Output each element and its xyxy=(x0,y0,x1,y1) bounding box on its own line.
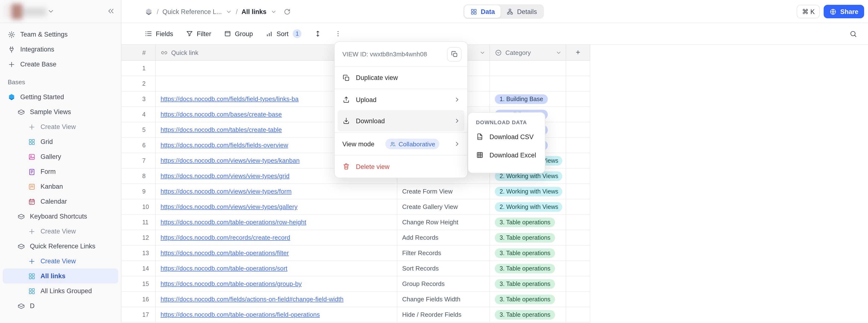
category-cell[interactable]: 2. Working with Views xyxy=(490,184,566,199)
column-header-category[interactable]: Category xyxy=(490,45,566,61)
quick-link-cell[interactable]: https://docs.nocodb.com/views/view-types… xyxy=(156,184,397,199)
category-cell[interactable]: 3. Table operations xyxy=(490,307,566,323)
breadcrumb-table[interactable]: Quick Reference L... xyxy=(162,8,222,15)
sidebar-item-integrations[interactable]: Integrations xyxy=(3,42,118,57)
sidebar-item-all-links-grouped[interactable]: All Links Grouped xyxy=(3,284,118,298)
category-cell[interactable]: 1. Building Base xyxy=(490,92,566,107)
sidebar-item-create-view[interactable]: Create View xyxy=(3,119,118,134)
collapse-sidebar-icon[interactable] xyxy=(107,7,115,15)
quick-link-cell[interactable]: https://docs.nocodb.com/table-operations… xyxy=(156,246,397,261)
sidebar-item-form[interactable]: Form xyxy=(3,164,118,179)
sidebar-item-create-view[interactable]: Create View xyxy=(3,254,118,268)
group-button[interactable]: Group xyxy=(224,30,253,38)
quick-link[interactable]: https://docs.nocodb.com/tables/create-ta… xyxy=(161,126,282,133)
breadcrumb-view[interactable]: All links xyxy=(242,8,267,15)
quick-link[interactable]: https://docs.nocodb.com/views/view-types… xyxy=(161,157,300,164)
title-cell[interactable]: Change Fields Width xyxy=(397,292,490,307)
tab-data[interactable]: Data xyxy=(464,5,501,18)
title-cell[interactable]: Filter Records xyxy=(397,246,490,261)
sidebar-item-getting-started[interactable]: Getting Started xyxy=(3,89,118,104)
menu-item-delete-view[interactable]: Delete view xyxy=(335,155,467,178)
quick-link[interactable]: https://docs.nocodb.com/fields/field-typ… xyxy=(161,95,299,103)
add-column-button[interactable]: + xyxy=(566,45,590,61)
sidebar-item-create-base[interactable]: Create Base xyxy=(3,57,118,72)
row-height-icon[interactable] xyxy=(314,30,322,38)
chevron-down-icon[interactable] xyxy=(479,49,486,56)
quick-link-cell[interactable]: https://docs.nocodb.com/fields/actions-o… xyxy=(156,292,397,307)
quick-link[interactable]: https://docs.nocodb.com/table-operations… xyxy=(161,311,320,318)
filter-button[interactable]: Filter xyxy=(186,30,211,38)
sidebar-item-calendar[interactable]: Calendar xyxy=(3,194,118,209)
category-cell[interactable] xyxy=(490,61,566,76)
chevron-down-icon[interactable] xyxy=(270,8,277,15)
sidebar-item-grid[interactable]: Grid xyxy=(3,134,118,149)
quick-link[interactable]: https://docs.nocodb.com/fields/fields-ov… xyxy=(161,142,288,149)
quick-link-cell[interactable]: https://docs.nocodb.com/table-operations… xyxy=(156,307,397,323)
quick-link[interactable]: https://docs.nocodb.com/table-operations… xyxy=(161,280,302,287)
quick-link[interactable]: https://docs.nocodb.com/table-operations… xyxy=(161,219,306,226)
quick-link[interactable]: https://docs.nocodb.com/table-operations… xyxy=(161,249,289,257)
menu-item-download[interactable]: Download xyxy=(338,110,464,132)
quick-link[interactable]: https://docs.nocodb.com/fields/actions-o… xyxy=(161,295,344,303)
title-cell[interactable]: Create Gallery View xyxy=(397,199,490,215)
category-cell[interactable]: 3. Table operations xyxy=(490,246,566,261)
category-cell[interactable]: 3. Table operations xyxy=(490,292,566,307)
quick-link[interactable]: https://docs.nocodb.com/views/view-types… xyxy=(161,188,291,195)
menu-item-download-excel[interactable]: Download Excel xyxy=(468,146,545,164)
category-cell[interactable]: 3. Table operations xyxy=(490,230,566,246)
quick-link[interactable]: https://docs.nocodb.com/views/view-types… xyxy=(161,203,298,210)
title-cell[interactable]: Sort Records xyxy=(397,261,490,276)
menu-item-duplicate-view[interactable]: Duplicate view xyxy=(335,67,467,89)
quick-link[interactable]: https://docs.nocodb.com/table-operations… xyxy=(161,265,287,272)
menu-item-download-csv[interactable]: CSV Download CSV xyxy=(468,128,545,146)
title-cell[interactable]: Change Row Height xyxy=(397,215,490,230)
quick-link-cell[interactable]: https://docs.nocodb.com/table-operations… xyxy=(156,215,397,230)
app-window: Team & Settings Integrations Create Base… xyxy=(0,0,868,323)
row-number: 13 xyxy=(137,246,156,261)
category-cell[interactable]: 2. Working with Views xyxy=(490,199,566,215)
menu-item-view-mode[interactable]: View mode Collaborative xyxy=(335,133,467,155)
bases-tree: Getting Started Sample Views Create View… xyxy=(0,89,121,313)
category-cell[interactable]: 3. Table operations xyxy=(490,261,566,276)
share-button[interactable]: Share xyxy=(824,5,864,18)
sidebar-item-gallery[interactable]: Gallery xyxy=(3,149,118,164)
chevron-down-icon[interactable] xyxy=(226,8,232,15)
sidebar-item-team-settings[interactable]: Team & Settings xyxy=(3,27,118,42)
sidebar: Team & Settings Integrations Create Base… xyxy=(0,0,122,323)
sidebar-item-quick-reference-links[interactable]: Quick Reference Links xyxy=(3,239,118,254)
quick-link-cell[interactable]: https://docs.nocodb.com/table-operations… xyxy=(156,261,397,276)
search-icon[interactable] xyxy=(849,30,858,38)
category-cell[interactable]: 3. Table operations xyxy=(490,215,566,230)
more-options-icon[interactable] xyxy=(334,30,342,38)
refresh-icon[interactable] xyxy=(283,8,290,15)
chevron-down-icon[interactable] xyxy=(47,8,55,15)
sort-button[interactable]: Sort 1 xyxy=(266,29,302,38)
command-k-button[interactable]: ⌘ K xyxy=(797,5,820,18)
title-cell[interactable]: Add Records xyxy=(397,230,490,246)
fields-button[interactable]: Fields xyxy=(145,30,173,38)
sidebar-item-all-links[interactable]: All links xyxy=(3,268,118,284)
sidebar-item-d[interactable]: D xyxy=(3,298,118,313)
sidebar-item-sample-views[interactable]: Sample Views xyxy=(3,104,118,119)
category-cell[interactable] xyxy=(490,76,566,92)
copy-view-id-button[interactable] xyxy=(447,47,462,61)
category-cell[interactable]: 3. Table operations xyxy=(490,276,566,292)
tab-details[interactable]: Details xyxy=(501,5,543,18)
sidebar-item-kanban[interactable]: Kanban xyxy=(3,179,118,194)
quick-link[interactable]: https://docs.nocodb.com/bases/create-bas… xyxy=(161,111,282,118)
chevron-down-icon[interactable] xyxy=(556,49,562,56)
title-cell[interactable]: Create Form View xyxy=(397,184,490,199)
title-cell[interactable]: Hide / Reorder Fields xyxy=(397,307,490,323)
quick-link-cell[interactable]: https://docs.nocodb.com/views/view-types… xyxy=(156,199,397,215)
sidebar-item-create-view[interactable]: Create View xyxy=(3,224,118,239)
plus-icon xyxy=(8,61,16,68)
quick-link[interactable]: https://docs.nocodb.com/records/create-r… xyxy=(161,234,290,241)
workspace-switcher[interactable] xyxy=(0,0,121,23)
gear-icon xyxy=(8,31,16,38)
sidebar-item-keyboard-shortcuts[interactable]: Keyboard Shortcuts xyxy=(3,209,118,224)
menu-item-upload[interactable]: Upload xyxy=(335,89,467,110)
quick-link-cell[interactable]: https://docs.nocodb.com/records/create-r… xyxy=(156,230,397,246)
title-cell[interactable]: Group Records xyxy=(397,276,490,292)
quick-link[interactable]: https://docs.nocodb.com/views/view-types… xyxy=(161,172,289,180)
quick-link-cell[interactable]: https://docs.nocodb.com/table-operations… xyxy=(156,276,397,292)
